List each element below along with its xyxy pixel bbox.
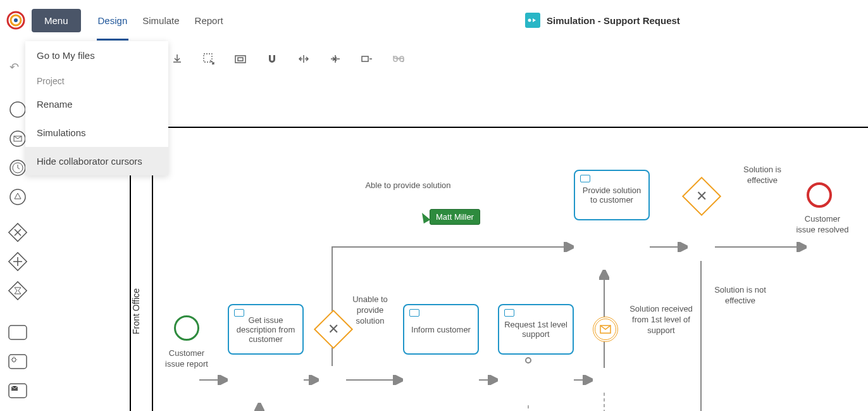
- task-provide-solution[interactable]: Provide solution to customer: [574, 170, 650, 220]
- simulation-title: Simulation - Support Request: [547, 15, 680, 26]
- svg-rect-5: [235, 56, 245, 63]
- svg-point-21: [12, 358, 16, 362]
- shape-gateway-x-icon[interactable]: [6, 221, 29, 244]
- svg-rect-19: [9, 326, 27, 339]
- svg-rect-7: [362, 56, 368, 61]
- task-inform-customer[interactable]: Inform customer: [403, 304, 479, 355]
- svg-rect-6: [238, 58, 243, 61]
- cursor-pointer-icon: [419, 211, 430, 224]
- task-get-issue[interactable]: Get issue description from customer: [228, 304, 304, 355]
- gateway-label-not-effective: Solution is not effective: [712, 285, 769, 307]
- message-event-received[interactable]: [593, 317, 618, 342]
- mode-tabs: Design Simulate Report: [97, 9, 225, 32]
- collaborator-name-badge: Matt Miller: [430, 209, 480, 225]
- distribute-h-icon[interactable]: [297, 53, 310, 65]
- collaborator-cursor: Matt Miller: [421, 209, 480, 225]
- link-icon[interactable]: [392, 53, 405, 65]
- message-event-label: Solution received from 1st level of supp…: [629, 304, 693, 336]
- tab-report[interactable]: Report: [194, 9, 225, 32]
- menu-item-simulations[interactable]: Simulations: [25, 118, 168, 147]
- menu-button[interactable]: Menu: [32, 9, 81, 32]
- shape-gateway-plus-icon[interactable]: [6, 250, 29, 273]
- gateway-label-unable: Unable to provide solution: [345, 294, 395, 327]
- task-request-support[interactable]: Request 1st level support: [498, 304, 574, 355]
- menu-dropdown: Go to My files Project Rename Simulation…: [25, 41, 168, 175]
- svg-point-10: [10, 102, 25, 117]
- distribute-v-icon[interactable]: [329, 53, 342, 65]
- gateway-label-effective: Solution is effective: [737, 165, 788, 186]
- shape-send-icon[interactable]: [6, 379, 29, 402]
- message-flow-marker: [525, 357, 531, 364]
- simulation-badge[interactable]: Simulation - Support Request: [525, 13, 680, 28]
- shape-service-icon[interactable]: [6, 350, 29, 373]
- app-header: Menu Design Simulate Report Simulation -…: [0, 0, 868, 41]
- start-event-label: Customer issue report: [161, 348, 212, 370]
- svg-point-2: [14, 18, 18, 22]
- simulation-icon: [525, 13, 540, 28]
- svg-rect-18: [9, 282, 27, 300]
- fit-icon[interactable]: [234, 53, 247, 65]
- app-logo-icon: [6, 11, 25, 30]
- shape-task-icon[interactable]: [6, 321, 29, 344]
- shape-gateway-complex-icon[interactable]: [6, 279, 29, 302]
- end-event-label: Customer issue resolved: [794, 214, 851, 236]
- menu-section-project: Project: [25, 70, 168, 90]
- magnet-icon[interactable]: [266, 53, 278, 65]
- shape-signal-icon[interactable]: [6, 186, 29, 208]
- undo-icon[interactable]: ↶: [9, 60, 19, 74]
- tab-design[interactable]: Design: [97, 9, 129, 32]
- gateway-label-able: Able to provide solution: [357, 180, 459, 191]
- align-icon[interactable]: [361, 53, 373, 65]
- menu-item-my-files[interactable]: Go to My files: [25, 41, 168, 70]
- svg-point-3: [528, 19, 531, 22]
- menu-item-rename[interactable]: Rename: [25, 90, 168, 118]
- select-area-icon[interactable]: [202, 53, 215, 65]
- start-event[interactable]: [174, 315, 199, 341]
- tab-simulate[interactable]: Simulate: [141, 9, 180, 32]
- menu-item-hide-cursors[interactable]: Hide collaborator cursors: [25, 147, 168, 175]
- end-event[interactable]: [807, 182, 832, 208]
- download-icon[interactable]: [171, 53, 183, 65]
- svg-point-15: [10, 189, 25, 205]
- svg-rect-20: [9, 355, 27, 369]
